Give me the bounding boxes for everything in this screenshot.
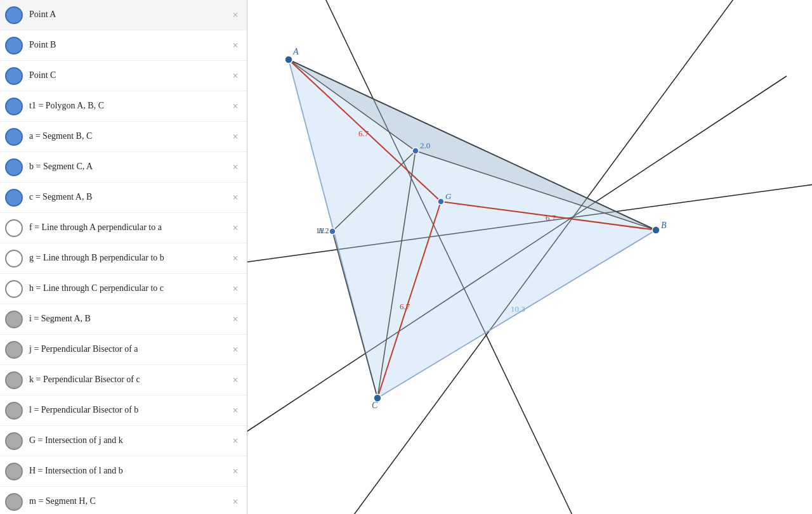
sidebar-item-segC: c = Segment A, B× [0,183,247,213]
item-icon-perpJ [5,341,23,359]
sidebar: Point A×Point B×Point C×t1 = Polygon A, … [0,0,247,514]
sidebar-item-lineG: g = Line through B perpendicular to b× [0,243,247,274]
item-icon-segB [5,158,23,176]
item-icon-t1 [5,98,23,115]
item-icon-intG [5,432,23,450]
close-button-perpJ[interactable]: × [229,344,242,356]
item-label-pointA: Point A [29,9,229,20]
svg-point-31 [329,228,336,235]
close-button-pointC[interactable]: × [229,70,242,82]
item-icon-segC [5,189,23,207]
close-button-pointA[interactable]: × [229,9,242,22]
item-icon-segA [5,128,23,146]
svg-text:H: H [318,226,325,235]
svg-text:G: G [445,191,452,201]
close-button-segM[interactable]: × [229,496,242,508]
close-button-segI[interactable]: × [229,313,242,326]
sidebar-item-segM: m = Segment H, C× [0,487,247,514]
close-button-segA[interactable]: × [229,131,242,143]
svg-text:A: A [292,47,299,56]
item-icon-intH [5,463,23,480]
svg-text:6.7: 6.7 [358,129,369,138]
close-button-lineH[interactable]: × [229,283,242,295]
svg-text:C: C [372,401,378,410]
close-button-lineF[interactable]: × [229,222,242,235]
item-icon-perpK [5,371,23,389]
item-icon-segM [5,493,23,511]
svg-text:2.0: 2.0 [420,141,430,150]
sidebar-item-pointB: Point B× [0,30,247,61]
item-label-t1: t1 = Polygon A, B, C [29,100,229,112]
item-label-perpJ: j = Perpendicular Bisector of a [29,344,229,355]
svg-text:6.7: 6.7 [546,213,556,222]
item-label-perpK: k = Perpendicular Bisector of c [29,374,229,385]
item-label-perpL: l = Perpendicular Bisector of b [29,404,229,416]
sidebar-item-lineH: h = Line through C perpendicular to c× [0,274,247,304]
close-button-intH[interactable]: × [229,465,242,478]
close-button-intG[interactable]: × [229,435,242,447]
item-label-intG: G = Intersection of j and k [29,435,229,446]
svg-point-25 [652,226,660,234]
sidebar-item-segA: a = Segment B, C× [0,122,247,152]
item-icon-lineG [5,250,23,267]
close-button-lineG[interactable]: × [229,252,242,265]
svg-point-23 [285,56,292,63]
item-label-intH: H = Intersection of l and b [29,465,229,477]
item-label-lineF: f = Line through A perpendicular to a [29,222,229,233]
close-button-t1[interactable]: × [229,100,242,113]
sidebar-item-segB: b = Segment C, A× [0,152,247,183]
item-icon-pointC [5,67,23,85]
sidebar-item-perpJ: j = Perpendicular Bisector of a× [0,335,247,365]
item-label-segI: i = Segment A, B [29,313,229,324]
item-label-pointB: Point B [29,39,229,51]
sidebar-item-intG: G = Intersection of j and k× [0,426,247,456]
sidebar-item-intH: H = Intersection of l and b× [0,456,247,487]
item-icon-perpL [5,402,23,420]
close-button-pointB[interactable]: × [229,39,242,52]
svg-text:10.3: 10.3 [511,304,525,314]
svg-point-16 [412,148,419,154]
sidebar-item-segI: i = Segment A, B× [0,304,247,335]
close-button-segC[interactable]: × [229,191,242,204]
item-label-lineG: g = Line through B perpendicular to b [29,252,229,264]
item-icon-pointA [5,6,23,24]
sidebar-item-t1: t1 = Polygon A, B, C× [0,91,247,122]
item-label-segB: b = Segment C, A [29,161,229,172]
sidebar-item-perpL: l = Perpendicular Bisector of b× [0,395,247,426]
close-button-perpL[interactable]: × [229,404,242,417]
svg-text:6.7: 6.7 [400,302,410,311]
close-button-perpK[interactable]: × [229,374,242,387]
sidebar-item-pointC: Point C× [0,61,247,91]
item-icon-pointB [5,37,23,55]
item-label-lineH: h = Line through C perpendicular to c [29,283,229,294]
item-icon-lineH [5,280,23,298]
item-label-segM: m = Segment H, C [29,496,229,507]
item-icon-lineF [5,219,23,237]
item-icon-segI [5,311,23,328]
svg-point-29 [438,198,444,205]
close-button-segB[interactable]: × [229,161,242,174]
geometry-canvas: 2.0 6.7 6.7 6.7 11.2 10.3 A B C G H [247,0,812,514]
item-label-pointC: Point C [29,70,229,81]
sidebar-item-lineF: f = Line through A perpendicular to a× [0,213,247,243]
sidebar-item-perpK: k = Perpendicular Bisector of c× [0,365,247,395]
item-label-segA: a = Segment B, C [29,131,229,142]
svg-text:B: B [661,221,667,230]
item-label-segC: c = Segment A, B [29,191,229,203]
sidebar-item-pointA: Point A× [0,0,247,30]
